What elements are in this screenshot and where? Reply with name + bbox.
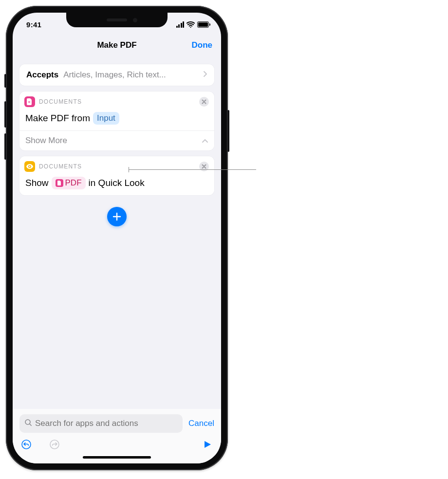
page-title: Make PDF (97, 40, 136, 50)
run-button[interactable] (202, 439, 213, 450)
input-token[interactable]: Input (93, 112, 119, 125)
add-action-button[interactable] (107, 207, 127, 226)
status-time: 9:41 (26, 18, 41, 29)
mute-switch (4, 74, 6, 88)
action-quick-look[interactable]: DOCUMENTS Show PDF in Quick Look (19, 156, 214, 195)
svg-point-1 (29, 166, 31, 167)
volume-down-button (4, 133, 6, 160)
delete-action-button[interactable] (199, 96, 209, 107)
side-button (227, 110, 229, 152)
status-indicators (176, 19, 211, 28)
chevron-right-icon (203, 71, 207, 79)
cellular-icon (176, 21, 185, 28)
search-icon (24, 419, 32, 428)
navigation-bar: Make PDF Done (13, 34, 221, 56)
done-button[interactable]: Done (192, 40, 213, 50)
action-text: Show (25, 178, 49, 188)
device-frame: 9:41 Make PDF Done Accepts (6, 6, 228, 470)
chevron-up-icon (202, 136, 208, 146)
search-input[interactable] (35, 419, 178, 428)
redo-button (49, 439, 60, 450)
action-category: DOCUMENTS (39, 163, 82, 170)
delete-action-button[interactable] (199, 161, 209, 172)
action-make-pdf[interactable]: DOCUMENTS Make PDF from Input Show More (19, 92, 214, 150)
cancel-button[interactable]: Cancel (188, 419, 214, 428)
notch (66, 13, 168, 27)
screen: 9:41 Make PDF Done Accepts (13, 13, 221, 463)
pdf-token[interactable]: PDF (52, 177, 86, 189)
accepts-row[interactable]: Accepts Articles, Images, Rich text... (19, 64, 214, 86)
accepts-label: Accepts (26, 70, 58, 80)
action-category: DOCUMENTS (39, 98, 82, 105)
undo-button[interactable] (20, 439, 32, 450)
action-text-suffix: in Quick Look (89, 178, 145, 188)
wifi-icon (187, 21, 195, 28)
accepts-value: Articles, Images, Rich text... (63, 70, 198, 80)
bottom-bar: Cancel (13, 409, 221, 463)
battery-icon (197, 21, 210, 28)
volume-up-button (4, 101, 6, 128)
show-more-button[interactable]: Show More (19, 130, 214, 150)
quicklook-icon (24, 161, 35, 172)
action-text: Make PDF from (25, 113, 90, 124)
callout-line (129, 169, 256, 170)
search-field[interactable] (19, 414, 183, 433)
pdf-mini-icon (56, 179, 63, 187)
documents-icon (24, 96, 35, 107)
home-indicator (83, 456, 151, 459)
